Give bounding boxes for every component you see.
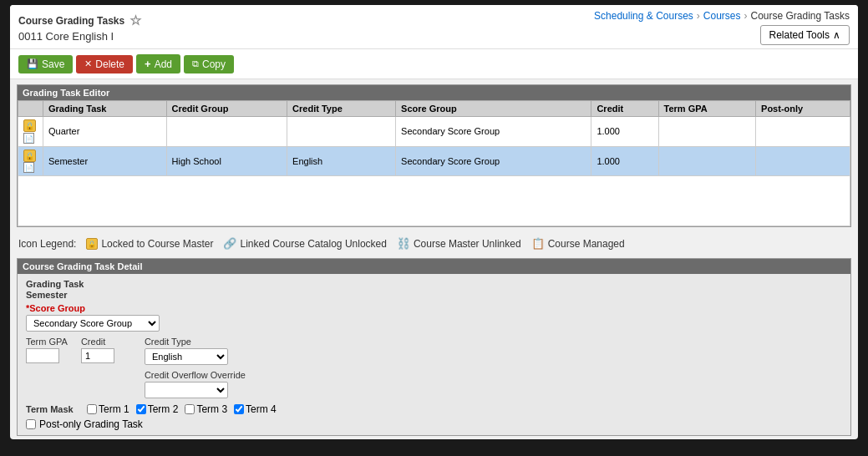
term3-checkbox[interactable] [185, 404, 195, 414]
row-post-only [756, 117, 850, 147]
legend-managed-label: Course Managed [548, 238, 625, 250]
legend-linked: 🔗 Linked Course Catalog Unlocked [223, 237, 386, 250]
credit-group: Credit [81, 337, 114, 363]
col-grading-task: Grading Task [43, 101, 167, 117]
term-mask-row: Term Mask Term 1 Term 2 Term 3 Term 4 [26, 403, 842, 415]
add-icon: + [145, 58, 151, 70]
term2-checkbox-label[interactable]: Term 2 [136, 403, 179, 415]
legend-unlinked-label: Course Master Unlinked [414, 238, 521, 250]
related-tools-button[interactable]: Related Tools ∧ [760, 25, 850, 45]
row-grading-task[interactable]: Quarter [43, 117, 167, 147]
delete-button[interactable]: ✕ Delete [76, 55, 133, 73]
post-only-row: Post-only Grading Task [26, 418, 842, 430]
chevron-up-icon: ∧ [833, 29, 840, 41]
term2-checkbox[interactable] [136, 404, 146, 414]
legend-managed: 📋 Course Managed [531, 237, 625, 250]
credit-overflow-select[interactable]: Option 1 [145, 382, 228, 398]
row-credit-type [287, 117, 396, 147]
legend-linked-label: Linked Course Catalog Unlocked [240, 238, 386, 250]
term-gpa-label: Term GPA [26, 337, 68, 347]
col-term-gpa: Term GPA [658, 101, 756, 117]
row-credit: 1.000 [591, 146, 658, 176]
col-credit-group: Credit Group [166, 101, 287, 117]
col-score-group: Score Group [396, 101, 591, 117]
grading-task-table: Grading Task Credit Group Credit Type Sc… [18, 100, 850, 226]
term-gpa-group: Term GPA [26, 337, 68, 363]
icon-legend-label: Icon Legend: [18, 238, 76, 250]
toolbar: 💾 Save ✕ Delete + Add ⧉ Copy [10, 49, 858, 79]
save-icon: 💾 [27, 58, 38, 69]
locked-icon: 🔒 [86, 238, 98, 250]
col-icon [18, 101, 43, 117]
legend-locked-label: Locked to Course Master [101, 238, 213, 250]
row-icon-cell: 🔒 📄 [18, 146, 43, 176]
grading-task-editor: Grading Task Editor Grading Task Credit … [17, 84, 851, 227]
post-only-checkbox[interactable] [26, 419, 36, 429]
breadcrumb-item-2[interactable]: Courses [703, 10, 741, 22]
row-credit-type: English [287, 146, 396, 176]
term4-checkbox-label[interactable]: Term 4 [234, 403, 277, 415]
manage-icon: 📋 [531, 237, 545, 250]
table-row[interactable]: 🔒 📄 Semester High School English Seconda… [18, 146, 850, 176]
score-group-field-label: *Score Group [26, 303, 842, 313]
term2-label: Term 2 [148, 403, 179, 415]
breadcrumb-item-1[interactable]: Scheduling & Courses [594, 10, 693, 22]
term3-label: Term 3 [196, 403, 227, 415]
col-credit-type: Credit Type [287, 101, 396, 117]
locked-to-course-master-icon: 🔒 [23, 149, 36, 162]
term1-checkbox-label[interactable]: Term 1 [87, 403, 129, 415]
breadcrumb-item-3: Course Grading Tasks [751, 10, 850, 22]
row-grading-task[interactable]: Semester [43, 146, 167, 176]
col-post-only: Post-only [756, 101, 850, 117]
term1-label: Term 1 [99, 403, 129, 415]
grading-task-field-label: Grading Task [26, 279, 842, 289]
save-button[interactable]: 💾 Save [18, 55, 73, 73]
copy-icon: ⧉ [192, 58, 199, 69]
credit-type-label: Credit Type [145, 337, 246, 347]
term-mask-label: Term Mask [26, 404, 80, 414]
breadcrumb: Scheduling & Courses › Courses › Course … [594, 10, 850, 22]
add-button[interactable]: + Add [136, 54, 180, 73]
term3-checkbox-label[interactable]: Term 3 [185, 403, 227, 415]
row-term-gpa [658, 117, 756, 147]
form-row-fields: Term GPA Credit Credit Type English Math… [26, 337, 842, 398]
detail-body: Grading Task Semester *Score Group Secon… [18, 274, 850, 435]
page-title: Course Grading Tasks ☆ [18, 13, 141, 28]
legend-unlinked: ⛓️ Course Master Unlinked [397, 237, 521, 250]
credit-type-group: Credit Type English Math Science Credit … [145, 337, 246, 398]
credit-input[interactable] [81, 348, 114, 363]
table-header-bar: Grading Task Editor [18, 85, 850, 100]
row-credit-group: High School [166, 146, 287, 176]
chain-icon: 🔗 [223, 237, 236, 250]
detail-section: Course Grading Task Detail Grading Task … [17, 258, 851, 436]
document-icon: 📄 [23, 133, 34, 144]
row-icon-cell: 🔒 📄 [18, 117, 43, 147]
row-term-gpa [658, 146, 756, 176]
row-score-group: Secondary Score Group [396, 146, 591, 176]
title-text: Course Grading Tasks [18, 15, 124, 27]
detail-header: Course Grading Task Detail [18, 259, 850, 274]
grading-task-field-value: Semester [26, 290, 842, 300]
row-score-group: Secondary Score Group [396, 117, 591, 147]
copy-button[interactable]: ⧉ Copy [184, 55, 234, 73]
post-only-label: Post-only Grading Task [39, 418, 143, 430]
unlink-icon: ⛓️ [397, 237, 410, 250]
term-gpa-input[interactable] [26, 348, 59, 363]
star-icon[interactable]: ☆ [129, 13, 141, 28]
breadcrumb-sep-1: › [697, 10, 700, 22]
delete-icon: ✕ [84, 58, 92, 69]
breadcrumb-sep-2: › [744, 10, 748, 22]
subtitle: 0011 Core English I [18, 30, 141, 43]
row-post-only [756, 146, 850, 176]
legend-locked: 🔒 Locked to Course Master [86, 238, 213, 250]
table-row[interactable]: 🔒 📄 Quarter Secondary Score Group 1.000 [18, 117, 850, 147]
col-credit: Credit [591, 101, 658, 117]
term1-checkbox[interactable] [87, 404, 97, 414]
score-group-select[interactable]: Secondary Score Group Primary Score Grou… [26, 315, 160, 332]
credit-type-select[interactable]: English Math Science [145, 348, 228, 365]
icon-legend: Icon Legend: 🔒 Locked to Course Master 🔗… [10, 232, 858, 255]
credit-overflow-label: Credit Overflow Override [145, 370, 246, 380]
document-icon: 📄 [23, 162, 34, 173]
term4-label: Term 4 [246, 403, 277, 415]
term4-checkbox[interactable] [234, 404, 244, 414]
